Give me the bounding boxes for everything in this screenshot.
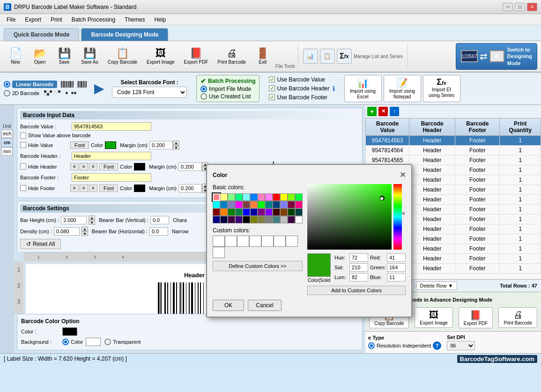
resolution-info-icon[interactable]: ? [433, 341, 441, 350]
custom-cell-5[interactable] [261, 236, 274, 247]
margin-down-value[interactable]: ▼ [173, 145, 179, 150]
density-input[interactable] [54, 227, 80, 236]
bar-height-input[interactable] [61, 216, 87, 224]
custom-cell-6[interactable] [274, 236, 286, 247]
blue-input[interactable] [387, 273, 406, 281]
color-cell-4[interactable] [243, 193, 250, 201]
color-cell-42[interactable] [258, 216, 265, 223]
color-cell-28[interactable] [243, 208, 250, 216]
align-center-btn[interactable]: ≡ [80, 163, 88, 170]
color-cell-40[interactable] [243, 216, 250, 223]
reset-all-button[interactable]: ↺ Reset All [20, 239, 61, 249]
color-cell-15[interactable] [235, 201, 243, 208]
advance-export-pdf-button[interactable]: 📕 Export PDF [459, 307, 493, 328]
use-created-radio[interactable] [200, 93, 207, 100]
delete-selected-button[interactable]: ✕ [378, 107, 388, 116]
unit-inch[interactable]: inch [1, 130, 13, 138]
color-cell-16[interactable] [243, 201, 250, 208]
barcode-color-swatch[interactable] [62, 327, 77, 336]
color-cell-45[interactable] [280, 216, 288, 223]
minimize-button[interactable]: ─ [503, 3, 513, 11]
color-cell-38[interactable] [228, 216, 235, 223]
color-cell-34[interactable] [288, 208, 295, 216]
gradient-picker[interactable] [307, 184, 392, 250]
use-header-checkbox[interactable] [269, 85, 275, 91]
color-cell-37[interactable] [220, 216, 228, 223]
bg-color-radio[interactable] [62, 339, 69, 345]
footer-align-left-btn[interactable]: ≡ [70, 185, 79, 192]
margin-up-value[interactable]: ▲ [173, 141, 179, 145]
btn-save-as[interactable]: 💾 Save As [77, 46, 103, 67]
advance-print-button[interactable]: 🖨 Print Barcode [498, 307, 537, 328]
color-cell-25[interactable] [220, 208, 228, 216]
color-cell-17[interactable] [250, 201, 258, 208]
margin-input-header[interactable] [178, 163, 202, 171]
menu-file[interactable]: File [2, 15, 20, 24]
color-swatch-header[interactable] [134, 163, 145, 170]
import-excel-button[interactable]: 📊 Import using Excel [344, 75, 382, 102]
custom-cell-7[interactable] [286, 236, 298, 247]
color-grid[interactable] [213, 193, 303, 223]
use-value-checkbox[interactable] [269, 76, 275, 82]
color-cell-47[interactable] [295, 216, 303, 223]
color-cell-22[interactable] [288, 201, 295, 208]
close-button[interactable]: ✕ [527, 3, 537, 11]
color-cell-10[interactable] [288, 193, 295, 201]
color-cell-11[interactable] [295, 193, 303, 201]
maximize-button[interactable]: □ [515, 3, 525, 11]
table-row[interactable]: 9547814564 Header Footer 1 [366, 145, 541, 155]
barcode-header-input[interactable] [72, 152, 151, 160]
btn-export-pdf[interactable]: 📕 Export PDF [180, 46, 213, 67]
advance-export-image-button[interactable]: 🖼 Export Image [415, 307, 452, 328]
barcode-footer-input[interactable] [72, 173, 151, 182]
unit-mm[interactable]: mm [1, 148, 13, 155]
info-icon[interactable]: ℹ [333, 85, 335, 92]
font-dropdown[interactable]: Code 128 Font [112, 87, 187, 98]
import-series-button[interactable]: Σfx Import Ef using Series [423, 75, 460, 102]
resolution-radio[interactable] [368, 342, 375, 349]
menu-print[interactable]: Print [46, 15, 67, 24]
manage-icon-2[interactable]: 📋 [320, 49, 335, 64]
custom-cell-1[interactable] [213, 236, 225, 247]
density-down[interactable]: ▼ [82, 231, 88, 236]
hide-footer-checkbox[interactable] [20, 185, 26, 191]
color-cell-24[interactable] [213, 208, 220, 216]
color-cell-29[interactable] [250, 208, 258, 216]
density-up[interactable]: ▲ [82, 227, 88, 231]
color-cell-12[interactable] [213, 201, 220, 208]
color-cell-20[interactable] [273, 201, 280, 208]
margin-input-footer[interactable] [178, 184, 202, 192]
linear-barcode-radio[interactable] [4, 81, 10, 88]
dialog-cancel-button[interactable]: Cancel [248, 300, 281, 311]
manage-icon-3[interactable]: Σfx [337, 49, 352, 64]
color-cell-1[interactable] [220, 193, 228, 201]
color-cell-18[interactable] [258, 201, 265, 208]
color-cell-0[interactable] [213, 193, 220, 201]
delete-row-button[interactable]: Delete Row ▼ [416, 281, 458, 290]
color-cell-46[interactable] [288, 216, 295, 223]
tab-quick-barcode[interactable]: Quick Barcode Mode [4, 28, 79, 41]
twoD-barcode-radio[interactable] [4, 90, 10, 96]
barcode-value-input[interactable] [72, 122, 151, 131]
margin-input-value[interactable] [149, 141, 173, 149]
import-notepad-button[interactable]: 📝 Import using Notepad [384, 75, 421, 102]
bearer-h-input[interactable] [149, 227, 168, 236]
import-file-radio[interactable] [200, 86, 207, 92]
color-cell-23[interactable] [295, 201, 303, 208]
menu-themes[interactable]: Themes [120, 15, 149, 24]
footer-align-right-btn[interactable]: ≡ [89, 185, 97, 192]
btn-print-barcode[interactable]: 🖨 Print Barcode [213, 46, 250, 67]
font-btn-footer[interactable]: Font [99, 185, 118, 192]
color-cell-39[interactable] [235, 216, 243, 223]
manage-icon-1[interactable]: 📊 [303, 49, 318, 64]
menu-help[interactable]: Help [149, 15, 170, 24]
color-cell-13[interactable] [220, 201, 228, 208]
color-cell-35[interactable] [295, 208, 303, 216]
align-left-btn[interactable]: ≡ [70, 163, 79, 170]
hide-value-checkbox[interactable] [20, 142, 26, 148]
color-swatch-value[interactable] [105, 141, 116, 149]
dialog-close-button[interactable]: ✕ [400, 170, 406, 179]
tab-designing-mode[interactable]: Barcode Designing Mode [81, 28, 168, 41]
bar-height-down[interactable]: ▼ [89, 220, 95, 225]
menu-batch[interactable]: Batch Processing [67, 15, 120, 24]
